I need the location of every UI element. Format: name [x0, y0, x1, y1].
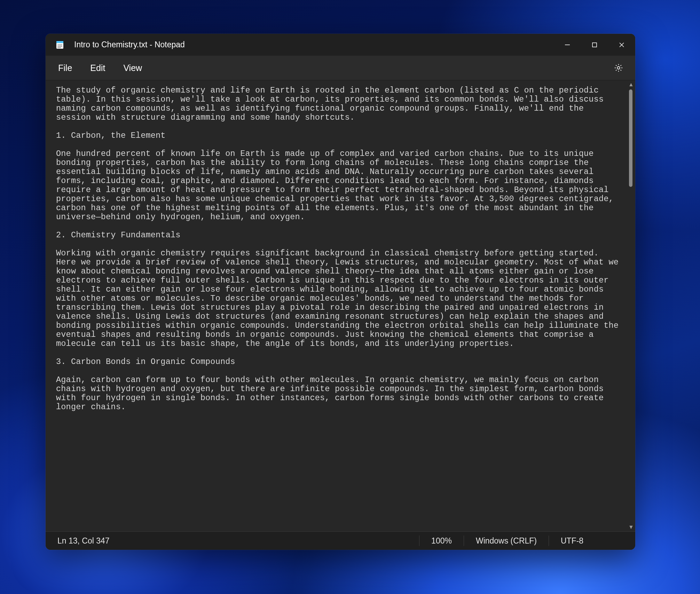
maximize-icon	[592, 42, 597, 48]
svg-rect-2	[57, 45, 62, 45]
notepad-icon	[55, 40, 64, 49]
window-title: Intro to Chemistry.txt - Notepad	[74, 40, 185, 49]
settings-button[interactable]	[609, 58, 628, 78]
svg-rect-5	[565, 45, 570, 45]
editor-area: The study of organic chemistry and life …	[46, 80, 635, 531]
vertical-scrollbar[interactable]: ▲ ▼	[627, 80, 635, 531]
status-cursor-position: Ln 13, Col 347	[46, 536, 121, 546]
menu-edit[interactable]: Edit	[81, 60, 114, 77]
maximize-button[interactable]	[581, 34, 608, 56]
titlebar[interactable]: Intro to Chemistry.txt - Notepad	[46, 34, 635, 56]
svg-rect-1	[56, 41, 63, 43]
svg-point-9	[617, 66, 620, 69]
text-editor[interactable]: The study of organic chemistry and life …	[46, 80, 627, 531]
minimize-icon	[565, 42, 570, 48]
status-zoom[interactable]: 100%	[419, 536, 464, 546]
scroll-down-arrow[interactable]: ▼	[627, 523, 635, 531]
svg-rect-4	[57, 47, 61, 48]
close-icon	[619, 42, 624, 48]
menubar: File Edit View	[46, 56, 635, 80]
close-button[interactable]	[608, 34, 635, 56]
svg-rect-3	[57, 46, 62, 47]
svg-rect-6	[592, 43, 597, 47]
menu-view[interactable]: View	[114, 60, 151, 77]
gear-icon	[614, 63, 623, 73]
status-encoding[interactable]: UTF-8	[549, 536, 635, 546]
minimize-button[interactable]	[554, 34, 581, 56]
statusbar: Ln 13, Col 347 100% Windows (CRLF) UTF-8	[46, 531, 635, 550]
scroll-up-arrow[interactable]: ▲	[627, 80, 635, 89]
notepad-window: Intro to Chemistry.txt - Notepad File Ed…	[46, 34, 635, 550]
status-line-endings[interactable]: Windows (CRLF)	[464, 536, 549, 546]
menu-file[interactable]: File	[49, 60, 81, 77]
scrollbar-thumb[interactable]	[629, 89, 632, 187]
